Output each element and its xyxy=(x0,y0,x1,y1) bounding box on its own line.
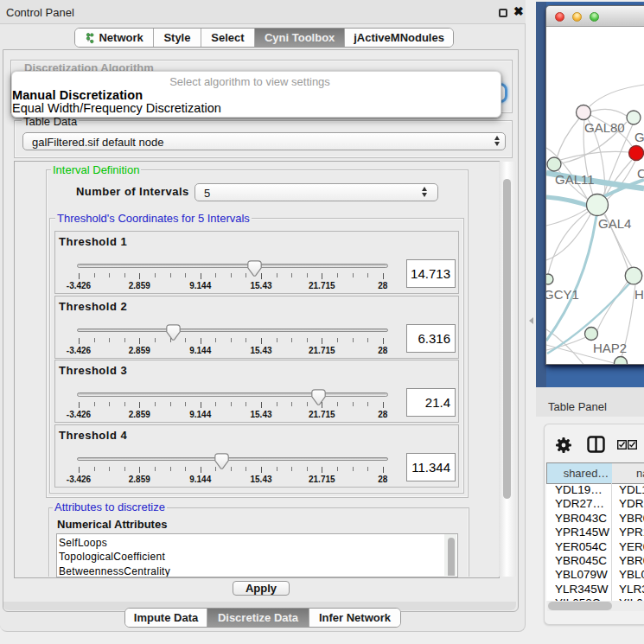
svg-text:GAL4: GAL4 xyxy=(598,216,631,231)
svg-text:GAL11: GAL11 xyxy=(555,172,595,187)
svg-text:GCY1: GCY1 xyxy=(546,287,579,302)
svg-text:G: G xyxy=(634,130,644,144)
svg-text:GAL80: GAL80 xyxy=(584,120,625,135)
svg-text:HAP2: HAP2 xyxy=(593,341,627,355)
svg-text:H: H xyxy=(634,287,644,302)
svg-text:C: C xyxy=(637,166,644,181)
